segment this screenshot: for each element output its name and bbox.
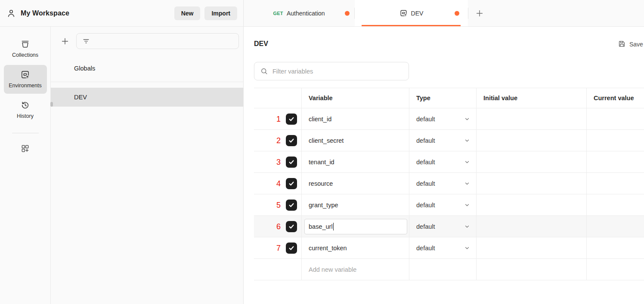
save-icon — [618, 40, 626, 48]
sidebar-item-label: History — [17, 113, 34, 119]
variable-row: 2 client_secret client_secret default — [254, 130, 644, 151]
type-dropdown[interactable]: default — [409, 151, 477, 172]
add-variable-placeholder[interactable]: Add new variable — [302, 259, 409, 280]
environments-search-input[interactable] — [94, 38, 233, 45]
type-dropdown[interactable]: default — [409, 108, 477, 129]
header-current-value: Current value — [587, 88, 644, 108]
new-tab-button[interactable] — [468, 0, 491, 26]
sidebar-item-label: Environments — [9, 83, 41, 89]
row-checkbox[interactable] — [286, 200, 297, 211]
variable-input-text: base_url — [309, 223, 333, 230]
type-value: default — [416, 223, 435, 230]
type-value: default — [416, 137, 435, 144]
variable-name-cell[interactable]: current_token current_token — [302, 237, 409, 258]
add-row-current-cell — [587, 259, 644, 280]
add-row-initial-cell — [477, 259, 587, 280]
chevron-down-icon — [464, 245, 470, 251]
save-label: Save — [629, 40, 643, 47]
variable-name: client_id — [309, 116, 331, 123]
row-select-cell: 2 — [254, 130, 302, 151]
row-checkbox[interactable] — [286, 135, 297, 146]
row-checkbox[interactable] — [286, 114, 297, 125]
initial-value-cell[interactable] — [477, 173, 587, 194]
variable-name-input[interactable]: base_url — [304, 219, 407, 234]
history-icon — [20, 100, 30, 110]
main-panel: GET Authentication DEV DEV — [244, 0, 644, 304]
annotation-number: 1 — [276, 115, 281, 123]
type-dropdown[interactable]: default — [409, 194, 477, 215]
variable-name-cell[interactable]: client_id client_id — [302, 108, 409, 129]
current-value-cell[interactable] — [587, 173, 644, 194]
initial-value-cell[interactable] — [477, 108, 587, 129]
initial-value-cell[interactable] — [477, 237, 587, 258]
row-checkbox[interactable] — [286, 157, 297, 168]
add-variable-row[interactable]: Add new variable — [254, 259, 644, 280]
editor-header: DEV Save — [254, 27, 644, 61]
current-value-cell[interactable] — [587, 108, 644, 129]
environment-item-dev[interactable]: DEV — [51, 88, 243, 107]
type-dropdown[interactable]: default — [409, 130, 477, 151]
panel-resize-handle[interactable] — [50, 102, 53, 107]
current-value-cell[interactable] — [587, 216, 644, 237]
current-value-cell[interactable] — [587, 194, 644, 215]
variable-row: 7 current_token current_token default — [254, 237, 644, 259]
chevron-down-icon — [464, 138, 470, 144]
add-row-type-cell — [409, 259, 477, 280]
add-module-icon[interactable] — [20, 144, 30, 155]
variable-name-cell[interactable]: grant_type grant_type — [302, 194, 409, 215]
tab-dev[interactable]: DEV — [355, 0, 468, 26]
save-button[interactable]: Save — [618, 40, 643, 48]
variables-table: Variable Type Initial value Current valu… — [254, 88, 644, 280]
sidebar-item-history[interactable]: History — [4, 95, 47, 124]
type-value: default — [416, 159, 435, 166]
chevron-down-icon — [464, 202, 470, 208]
variable-name-cell[interactable]: client_secret client_secret — [302, 130, 409, 151]
initial-value-cell[interactable] — [477, 194, 587, 215]
sidebar-item-collections[interactable]: Collections — [4, 34, 47, 63]
current-value-cell[interactable] — [587, 151, 644, 172]
environments-panel: Globals DEV — [51, 27, 243, 304]
type-dropdown[interactable]: default — [409, 173, 477, 194]
add-environment-icon[interactable] — [60, 37, 70, 46]
environments-search-box[interactable] — [76, 33, 239, 49]
list-divider — [51, 82, 243, 82]
import-button[interactable]: Import — [204, 6, 237, 20]
workspace-header: My Workspace New Import — [0, 0, 243, 27]
row-checkbox[interactable] — [286, 178, 297, 189]
sidebar-nav: Collections Environments History — [0, 27, 51, 304]
row-checkbox[interactable] — [286, 243, 297, 254]
method-badge: GET — [273, 11, 283, 16]
variable-name: tenant_id — [309, 159, 334, 166]
row-checkbox[interactable] — [286, 221, 297, 232]
type-dropdown[interactable]: default — [409, 237, 477, 258]
unsaved-dot — [455, 11, 459, 15]
variable-row: 5 grant_type grant_type default — [254, 194, 644, 216]
annotation-number: 4 — [276, 180, 281, 187]
globals-item[interactable]: Globals — [51, 58, 243, 78]
current-value-cell[interactable] — [587, 130, 644, 151]
tab-authentication[interactable]: GET Authentication — [244, 0, 354, 26]
variable-name-cell[interactable]: tenant_id tenant_id — [302, 151, 409, 172]
header-initial-value: Initial value — [477, 88, 587, 108]
type-dropdown[interactable]: default — [409, 216, 477, 237]
initial-value-cell[interactable] — [477, 151, 587, 172]
new-button[interactable]: New — [174, 6, 201, 20]
sidebar-item-environments[interactable]: Environments — [4, 65, 47, 94]
current-value-cell[interactable] — [587, 237, 644, 258]
variable-name-cell[interactable]: base_url base_url — [302, 216, 409, 237]
type-value: default — [416, 116, 435, 123]
initial-value-cell[interactable] — [477, 216, 587, 237]
filter-variables-box[interactable] — [254, 62, 409, 80]
row-select-cell: 7 — [254, 237, 302, 258]
variable-row: 3 tenant_id tenant_id default — [254, 151, 644, 173]
filter-variables-input[interactable] — [272, 68, 403, 75]
header-type: Type — [409, 88, 477, 108]
variable-name-cell[interactable]: resource resource — [302, 173, 409, 194]
tab-bar: GET Authentication DEV — [244, 0, 644, 27]
environment-title: DEV — [254, 40, 268, 48]
environment-editor: DEV Save Variable Type — [244, 27, 644, 304]
header-checkbox-column — [254, 88, 302, 108]
initial-value-cell[interactable] — [477, 130, 587, 151]
type-value: default — [416, 245, 435, 252]
annotation-number: 3 — [276, 158, 281, 166]
